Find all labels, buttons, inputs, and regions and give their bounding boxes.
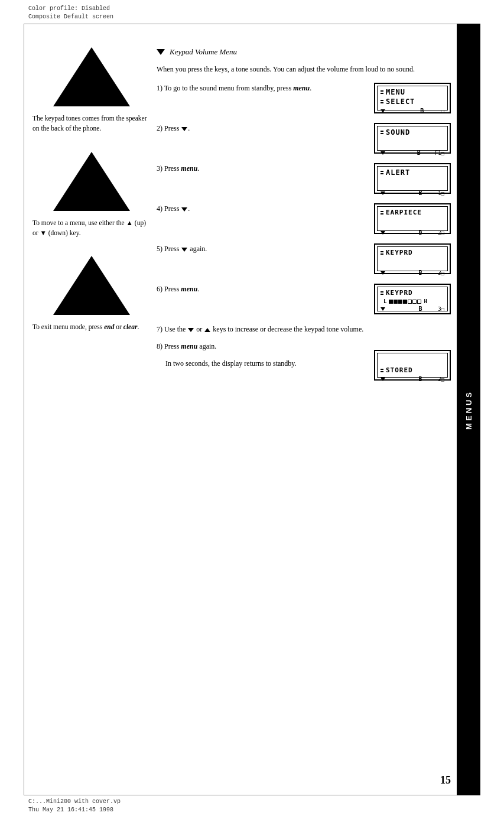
step-6-text: 6) Press menu. <box>157 284 368 295</box>
main-content: Keypad Volume Menu When you press the ke… <box>157 47 451 390</box>
intro-text: When you press the keys, a tone sounds. … <box>157 64 451 74</box>
step-5-text: 5) Press again. <box>157 243 368 255</box>
hint1-triangle-shape: HINT <box>53 152 130 211</box>
lcd-keypad-3: KEYPRD B 3□ <box>374 243 451 274</box>
step-4-arrow <box>181 207 187 212</box>
hint2-section: HINT To exit menu mode, press end or cle… <box>32 256 151 332</box>
lcd-menu-select: MENU SELECT B □ <box>374 83 451 113</box>
step-3-text: 3) Press menu. <box>157 163 368 174</box>
hint1-triangle: HINT <box>53 152 130 211</box>
tip-triangle-box: TIP <box>32 47 151 109</box>
lcd-sound: SOUND B F1□ <box>374 123 451 154</box>
step-2-text: 2) Press . <box>157 123 368 134</box>
hint2-triangle-shape: HINT <box>53 256 130 315</box>
left-column: TIP The keypad tones comes from the spea… <box>32 47 151 344</box>
hint1-triangle-box: HINT <box>32 152 151 213</box>
step-5-arrow <box>181 248 187 252</box>
step-4-display: EARPIECE B 2□ <box>374 203 451 234</box>
step-1: 1) To go to the sound menu from standby,… <box>157 83 451 113</box>
lcd-keypad-progress: KEYPRD L H <box>374 284 451 314</box>
step-6-display: KEYPRD L H <box>374 284 451 314</box>
step-7-text: 7) Use the or keys to increase or decrea… <box>157 324 451 335</box>
header-text: Color profile: Disabled Composite Defaul… <box>28 5 113 21</box>
lcd-alert: ALERT B 1□ <box>374 163 451 194</box>
step-4: 4) Press . EARPIECE B 2□ <box>157 203 451 234</box>
tip-triangle-shape: TIP <box>53 47 130 106</box>
footer-text: C:...Mini200 with cover.vp Thu May 21 16… <box>28 798 121 814</box>
step-1-display: MENU SELECT B □ <box>374 83 451 113</box>
hint1-label: HINT <box>79 131 103 141</box>
lcd-earpiece: EARPIECE B 2□ <box>374 203 451 234</box>
step-6: 6) Press menu. KEYPRD L <box>157 284 451 314</box>
step-8: 8) Press menu again. In two seconds, the… <box>157 341 451 381</box>
tip-section: TIP The keypad tones comes from the spea… <box>32 47 151 134</box>
lcd-stored: STORED B 3□ <box>374 350 451 381</box>
step-2-arrow <box>181 127 187 131</box>
step-7-up-arrow <box>204 328 210 332</box>
section-title-text: Keypad Volume Menu <box>170 47 237 57</box>
tip-triangle: TIP <box>53 47 130 106</box>
step-1-text: 1) To go to the sound menu from standby,… <box>157 83 368 94</box>
section-title: Keypad Volume Menu <box>157 47 451 57</box>
step-2-display: SOUND B F1□ <box>374 123 451 154</box>
step-2: 2) Press . SOUND B F1□ <box>157 123 451 154</box>
section-title-arrow <box>157 49 165 55</box>
tip-label: TIP <box>83 26 100 37</box>
step-7-down-arrow <box>188 328 194 332</box>
step-5: 5) Press again. KEYPRD B <box>157 243 451 274</box>
step-3-display: ALERT B 1□ <box>374 163 451 194</box>
step-5-display: KEYPRD B 3□ <box>374 243 451 274</box>
step-8-text: 8) Press menu again. In two seconds, the… <box>157 341 368 369</box>
step-8-display: STORED B 3□ <box>374 350 451 381</box>
right-margin-bar: MENUS <box>457 24 480 795</box>
hint2-text: To exit menu mode, press end or clear. <box>32 322 151 332</box>
hint2-label: HINT <box>79 235 103 245</box>
step-3: 3) Press menu. ALERT B 1 <box>157 163 451 194</box>
hint2-triangle: HINT <box>53 256 130 315</box>
page-number: 15 <box>440 774 451 786</box>
step-7: 7) Use the or keys to increase or decrea… <box>157 324 451 335</box>
hint1-section: HINT To move to a menu, use either the ▲… <box>32 152 151 239</box>
hint2-triangle-box: HINT <box>32 256 151 317</box>
menus-label: MENUS <box>464 390 473 430</box>
step-4-text: 4) Press . <box>157 203 368 214</box>
